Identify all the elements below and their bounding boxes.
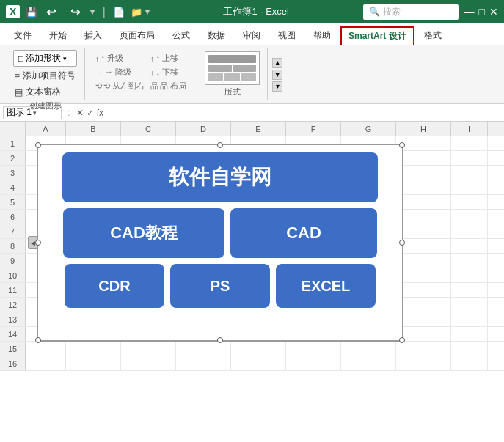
- smartart-mid-right-box[interactable]: CAD: [230, 208, 377, 258]
- cell-B16[interactable]: [66, 356, 121, 370]
- layout-preview[interactable]: [205, 51, 260, 85]
- col-header-I[interactable]: I: [451, 122, 488, 136]
- customize-btn[interactable]: ▾: [90, 7, 95, 17]
- col-header-D[interactable]: D: [176, 122, 231, 136]
- cell-G16[interactable]: [341, 356, 396, 370]
- folder-icon[interactable]: 📁: [131, 7, 142, 18]
- tab-help[interactable]: 帮助: [305, 26, 339, 45]
- cell-I2[interactable]: [451, 151, 488, 165]
- redo-btn[interactable]: ↪: [70, 5, 80, 19]
- cell-H16[interactable]: [396, 356, 451, 370]
- cell-A16[interactable]: [26, 356, 66, 370]
- tab-smartart-design[interactable]: SmartArt 设计: [340, 26, 414, 45]
- scroll-up-btn[interactable]: ▲: [272, 58, 282, 68]
- tab-review[interactable]: 审阅: [235, 26, 269, 45]
- tab-data[interactable]: 数据: [200, 26, 233, 45]
- demote-btn[interactable]: → → 降级: [95, 67, 145, 78]
- cell-H4[interactable]: [396, 180, 451, 194]
- maximize-btn[interactable]: □: [479, 6, 485, 18]
- cell-C15[interactable]: [121, 342, 176, 356]
- cell-I3[interactable]: [451, 166, 488, 180]
- cell-H7[interactable]: [396, 224, 451, 238]
- cell-I16[interactable]: [451, 356, 488, 370]
- formula-cancel-icon[interactable]: ✕: [76, 108, 84, 118]
- close-btn[interactable]: ✕: [489, 6, 498, 18]
- cell-H12[interactable]: [396, 298, 451, 312]
- smartart-bot-mid-box[interactable]: PS: [170, 264, 270, 308]
- cell-G15[interactable]: [341, 342, 396, 356]
- cell-I11[interactable]: [451, 283, 488, 297]
- cell-E15[interactable]: [231, 342, 286, 356]
- layout-btn[interactable]: 品 品 布局: [150, 81, 186, 92]
- smartart-top-box[interactable]: 软件自学网: [62, 152, 378, 202]
- handle-bm[interactable]: [217, 337, 223, 343]
- scroll-down-btn[interactable]: ▼: [272, 70, 282, 80]
- tab-view[interactable]: 视图: [270, 26, 304, 45]
- tab-insert[interactable]: 插入: [76, 26, 110, 45]
- cell-H13[interactable]: [396, 312, 451, 326]
- cell-H11[interactable]: [396, 283, 451, 297]
- cell-A15[interactable]: [26, 342, 66, 356]
- handle-bl[interactable]: [35, 337, 41, 343]
- cell-I6[interactable]: [451, 210, 488, 224]
- left-to-right-btn[interactable]: ⟲ ⟲ 从左到右: [95, 81, 145, 92]
- col-header-E[interactable]: E: [231, 122, 286, 136]
- cell-I8[interactable]: [451, 239, 488, 253]
- cell-H10[interactable]: [396, 268, 451, 282]
- tab-pagelayout[interactable]: 页面布局: [112, 26, 163, 45]
- add-bullet-btn[interactable]: ≡ 添加项目符号: [13, 69, 77, 83]
- smartart-bot-left-box[interactable]: CDR: [65, 264, 164, 308]
- cell-H3[interactable]: [396, 166, 451, 180]
- cell-H6[interactable]: [396, 210, 451, 224]
- smartart-bot-right-box[interactable]: EXCEL: [276, 264, 376, 308]
- handle-tl[interactable]: [35, 142, 41, 148]
- smartart-container[interactable]: ◄ 软件自学网 CAD教程 CAD: [37, 144, 403, 342]
- smartart-mid-left-box[interactable]: CAD教程: [63, 208, 224, 258]
- cell-E16[interactable]: [231, 356, 286, 370]
- cell-F16[interactable]: [286, 356, 341, 370]
- handle-tm[interactable]: [217, 142, 223, 148]
- col-header-C[interactable]: C: [121, 122, 176, 136]
- file-icon[interactable]: 📄: [113, 7, 125, 18]
- handle-mr[interactable]: [399, 240, 405, 246]
- cell-I10[interactable]: [451, 268, 488, 282]
- col-header-H[interactable]: H: [396, 122, 451, 136]
- move-up-btn[interactable]: ↑ ↑ 上移: [150, 53, 186, 64]
- save-icon[interactable]: 💾: [26, 7, 37, 18]
- col-header-B[interactable]: B: [66, 122, 121, 136]
- cell-I12[interactable]: [451, 298, 488, 312]
- minimize-btn[interactable]: —: [464, 6, 475, 18]
- cell-H9[interactable]: [396, 254, 451, 268]
- tab-home[interactable]: 开始: [41, 26, 75, 45]
- col-header-A[interactable]: A: [26, 122, 66, 136]
- cell-I9[interactable]: [451, 254, 488, 268]
- cell-I14[interactable]: [451, 327, 488, 341]
- undo-btn[interactable]: ↩: [46, 5, 56, 19]
- search-bar[interactable]: 🔍 搜索: [363, 4, 459, 20]
- handle-br[interactable]: [399, 337, 405, 343]
- cell-I15[interactable]: [451, 342, 488, 356]
- name-box-dropdown-icon[interactable]: ▾: [33, 109, 37, 117]
- scroll-more-btn[interactable]: ▾: [272, 81, 282, 92]
- tab-format[interactable]: 格式: [416, 26, 450, 45]
- col-header-G[interactable]: G: [341, 122, 396, 136]
- tab-file[interactable]: 文件: [6, 26, 40, 45]
- handle-tr[interactable]: [399, 142, 405, 148]
- cell-D16[interactable]: [176, 356, 231, 370]
- formula-func-icon[interactable]: fx: [97, 108, 103, 118]
- move-down-btn[interactable]: ↓ ↓ 下移: [150, 67, 186, 78]
- formula-confirm-icon[interactable]: ✓: [87, 108, 94, 118]
- cell-C16[interactable]: [121, 356, 176, 370]
- tab-formulas[interactable]: 公式: [164, 26, 198, 45]
- promote-btn[interactable]: ↑ ↑ 升级: [95, 53, 145, 64]
- cell-I1[interactable]: [451, 136, 488, 150]
- col-header-F[interactable]: F: [286, 122, 341, 136]
- text-pane-btn[interactable]: ▤ 文本窗格: [13, 85, 77, 99]
- cell-I4[interactable]: [451, 180, 488, 194]
- cell-F15[interactable]: [286, 342, 341, 356]
- name-box[interactable]: 图示 1 ▾: [3, 106, 62, 119]
- cell-H2[interactable]: [396, 151, 451, 165]
- cell-I7[interactable]: [451, 224, 488, 238]
- handle-ml[interactable]: [35, 240, 41, 246]
- cell-H5[interactable]: [396, 195, 451, 209]
